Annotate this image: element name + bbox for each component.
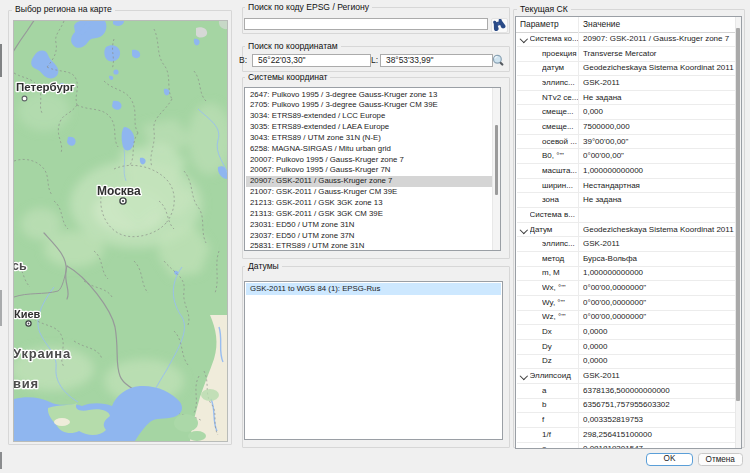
svg-text:Киев: Киев [14, 308, 41, 320]
svg-text:Петербург: Петербург [16, 81, 75, 93]
svg-text:сь: сь [14, 259, 27, 273]
svg-text:Украина: Украина [14, 346, 71, 361]
svg-text:вия: вия [14, 376, 39, 391]
svg-text:Москва: Москва [97, 184, 141, 198]
